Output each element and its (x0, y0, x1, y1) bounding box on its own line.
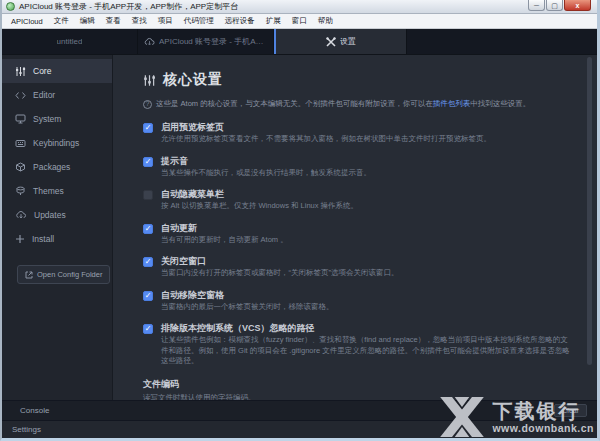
setting-description: 按 Alt 以切换菜单栏。仅支持 Windows 和 Linux 操作系统。 (161, 201, 358, 212)
sidebar-item-label: Editor (33, 90, 55, 100)
code-icon (15, 91, 26, 100)
setting-label: 启用预览标签页 (161, 122, 491, 133)
tab-settings[interactable]: 设置 (274, 29, 407, 54)
setting-auto-update: 自动更新 当有可用的更新时，自动更新 Atom 。 (143, 223, 573, 246)
tools-icon (326, 37, 336, 47)
app-logo-icon (6, 2, 15, 11)
setting-label: 排除版本控制系统（VCS）忽略的路径 (161, 323, 573, 334)
close-button[interactable]: x (564, 0, 591, 11)
setting-label: 关闭空窗口 (161, 256, 399, 267)
setting-label: 提示音 (161, 156, 371, 167)
status-bar: Settings (2, 420, 597, 438)
sliders-icon (143, 74, 156, 87)
clear-button[interactable]: Clear (554, 404, 587, 417)
sidebar-item-label: Themes (33, 186, 64, 196)
menu-bar: APICloud 文件 编辑 查看 查找 项目 代码管理 远程设备 扩展 窗口 … (2, 14, 597, 29)
tab-untitled[interactable]: untitled (2, 29, 138, 54)
menu-apicloud[interactable]: APICloud (11, 17, 43, 26)
question-icon: ? (143, 100, 152, 109)
checkbox[interactable] (143, 224, 153, 234)
setting-label: 文件编码 (143, 378, 573, 391)
setting-close-empty-window: 关闭空窗口 当窗口内没有打开的标签页或窗格时，“关闭标签页”选项会关闭该窗口。 (143, 256, 573, 279)
plus-icon (15, 234, 25, 244)
settings-sidebar: Core Editor System Keybindings Packages … (2, 55, 113, 400)
checkbox[interactable] (143, 157, 153, 167)
menu-file[interactable]: 文件 (54, 16, 69, 26)
setting-description: 读写文件时默认使用的字符编码。 (143, 393, 573, 401)
core-settings-panel: 核心设置 ? 这些是 Atom 的核心设置，与文本编辑无关。个别插件包可能有附加… (113, 55, 597, 400)
tab-apicloud-login[interactable]: APICloud 账号登录 - 手机APP开发、APP (138, 29, 274, 54)
sidebar-item-packages[interactable]: Packages (2, 155, 112, 179)
checkbox[interactable] (143, 190, 153, 200)
page-header: 核心设置 (143, 71, 573, 89)
window-controls: ─ ▢ x (527, 0, 591, 11)
package-icon (15, 162, 26, 172)
menu-vcs[interactable]: 代码管理 (184, 16, 214, 26)
tab-bar: untitled APICloud 账号登录 - 手机APP开发、APP 设置 (2, 29, 597, 55)
setting-label: 自动隐藏菜单栏 (161, 189, 358, 200)
setting-description: 当窗格内的最后一个标签页被关闭时，移除该窗格。 (161, 302, 334, 313)
checkbox[interactable] (143, 257, 153, 267)
setting-description: 允许使用预览标签页查看文件，不需要将其加入窗格，例如在树状图中单击文件时打开预览… (161, 134, 491, 145)
sidebar-item-install[interactable]: Install (2, 227, 112, 251)
intro-text-suffix: 中找到这些设置。 (470, 99, 530, 108)
intro-text: 这些是 Atom 的核心设置，与文本编辑无关。个别插件包可能有附加设置，你可以在 (156, 99, 433, 108)
console-panel: Console Clear (2, 400, 597, 420)
checkbox[interactable] (143, 123, 153, 133)
menu-edit[interactable]: 编辑 (80, 16, 95, 26)
vertical-scrollbar[interactable] (587, 57, 592, 365)
menu-view[interactable]: 查看 (106, 16, 121, 26)
keyboard-icon (15, 139, 26, 148)
sidebar-item-label: Packages (33, 162, 70, 172)
menu-project[interactable]: 项目 (158, 16, 173, 26)
link-external-icon (25, 271, 33, 279)
sidebar-item-editor[interactable]: Editor (2, 83, 112, 107)
package-list-link[interactable]: 插件包列表 (433, 99, 471, 108)
sidebar-item-label: Updates (34, 210, 66, 220)
sidebar-item-label: System (33, 114, 61, 124)
monitor-icon (15, 114, 26, 124)
setting-label: 自动移除空窗格 (161, 290, 334, 301)
minimize-button[interactable]: ─ (528, 0, 545, 11)
sidebar-item-core[interactable]: Core (2, 59, 112, 83)
sliders-icon (15, 66, 26, 77)
sidebar-item-updates[interactable]: Updates (2, 203, 112, 227)
setting-description: 让某些插件包例如：模糊查找（fuzzy finder）、查找和替换（find a… (161, 335, 573, 367)
cloud-download-icon (15, 210, 27, 220)
menu-find[interactable]: 查找 (132, 16, 147, 26)
sidebar-item-themes[interactable]: Themes (2, 179, 112, 203)
title-bar: APICloud 账号登录 - 手机APP开发，APP制作，APP定制平台 ─ … (2, 0, 597, 14)
checkbox[interactable] (143, 324, 153, 334)
setting-audio-beep: 提示音 当某些操作不能执行，或是没有执行结果时，触发系统提示音。 (143, 156, 573, 179)
sidebar-item-label: Core (33, 66, 51, 76)
menu-help[interactable]: 帮助 (318, 16, 333, 26)
open-config-folder-button[interactable]: Open Config Folder (17, 265, 110, 284)
maximize-button[interactable]: ▢ (546, 0, 563, 11)
sidebar-item-label: Keybindings (33, 138, 79, 148)
status-text: Settings (12, 425, 41, 434)
menu-window[interactable]: 窗口 (292, 16, 307, 26)
setting-description: 当窗口内没有打开的标签页或窗格时，“关闭标签页”选项会关闭该窗口。 (161, 268, 399, 279)
sidebar-item-keybindings[interactable]: Keybindings (2, 131, 112, 155)
menu-extensions[interactable]: 扩展 (266, 16, 281, 26)
settings-view: Core Editor System Keybindings Packages … (2, 55, 597, 400)
sidebar-item-label: Install (32, 234, 54, 244)
setting-file-encoding: 文件编码 读写文件时默认使用的字符编码。 utf8 ▾ (143, 378, 573, 401)
paint-icon (15, 186, 26, 196)
setting-remove-empty-panes: 自动移除空窗格 当窗格内的最后一个标签页被关闭时，移除该窗格。 (143, 290, 573, 313)
setting-label: 自动更新 (161, 223, 288, 234)
settings-intro: ? 这些是 Atom 的核心设置，与文本编辑无关。个别插件包可能有附加设置，你可… (143, 99, 573, 109)
setting-description: 当某些操作不能执行，或是没有执行结果时，触发系统提示音。 (161, 168, 371, 179)
window-title: APICloud 账号登录 - 手机APP开发，APP制作，APP定制平台 (19, 1, 238, 12)
console-title: Console (20, 406, 49, 415)
checkbox[interactable] (143, 291, 153, 301)
setting-preview-tabs: 启用预览标签页 允许使用预览标签页查看文件，不需要将其加入窗格，例如在树状图中单… (143, 122, 573, 145)
setting-exclude-vcs-paths: 排除版本控制系统（VCS）忽略的路径 让某些插件包例如：模糊查找（fuzzy f… (143, 323, 573, 367)
application-window: APICloud 账号登录 - 手机APP开发，APP制作，APP定制平台 ─ … (0, 0, 600, 441)
setting-autohide-menu: 自动隐藏菜单栏 按 Alt 以切换菜单栏。仅支持 Windows 和 Linux… (143, 189, 573, 212)
sidebar-item-system[interactable]: System (2, 107, 112, 131)
page-title: 核心设置 (163, 71, 223, 89)
setting-description: 当有可用的更新时，自动更新 Atom 。 (161, 235, 288, 246)
menu-remote-device[interactable]: 远程设备 (225, 16, 255, 26)
cloud-download-icon (144, 37, 155, 47)
